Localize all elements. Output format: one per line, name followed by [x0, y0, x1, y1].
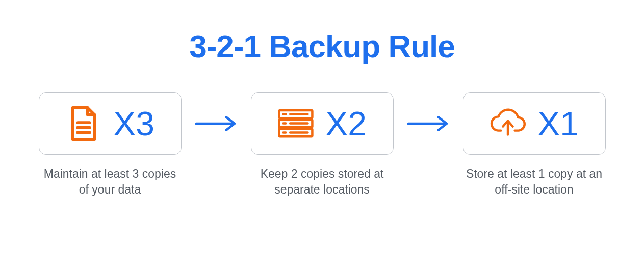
step-caption: Maintain at least 3 copies of your data [39, 166, 182, 198]
arrow-right-icon [403, 92, 454, 155]
step-caption: Store at least 1 copy at an off-site loc… [463, 166, 606, 198]
arrow-right-icon [191, 92, 242, 155]
step-card: X3 [39, 92, 182, 155]
document-icon [65, 105, 102, 142]
step-caption: Keep 2 copies stored at separate locatio… [251, 166, 394, 198]
page-title: 3-2-1 Backup Rule [189, 28, 455, 64]
step-count: X1 [537, 107, 579, 140]
step-card: X1 [463, 92, 606, 155]
steps-row: X3 Maintain at least 3 copies of your da… [39, 92, 606, 198]
step-count: X3 [113, 107, 154, 140]
step-count: X2 [325, 107, 367, 140]
server-icon [277, 105, 314, 142]
step-3-copies: X3 Maintain at least 3 copies of your da… [39, 92, 182, 198]
step-1-offsite: X1 Store at least 1 copy at an off-site … [463, 92, 606, 198]
step-2-locations: X2 Keep 2 copies stored at separate loca… [251, 92, 394, 198]
cloud-upload-icon [490, 105, 526, 142]
step-card: X2 [251, 92, 394, 155]
